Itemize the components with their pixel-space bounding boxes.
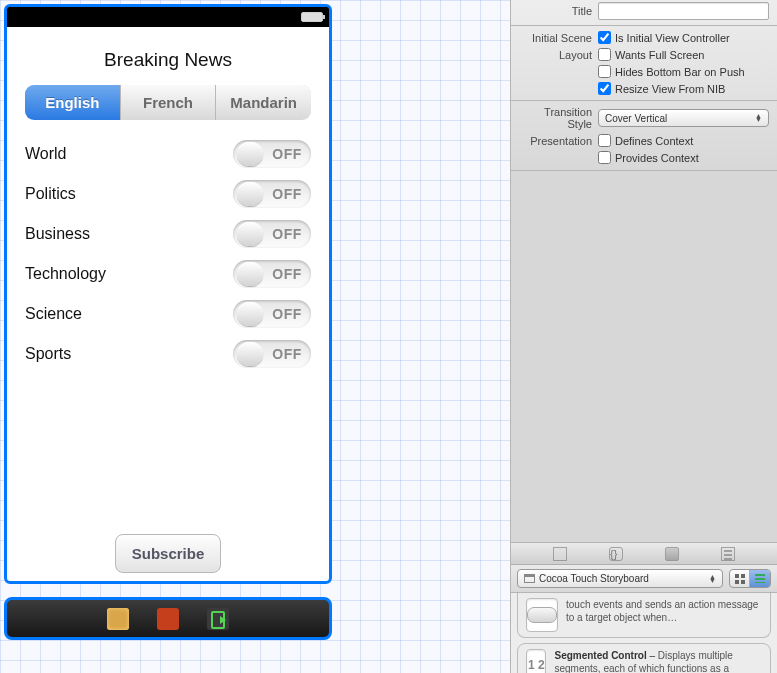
toggle-politics[interactable]: OFF: [233, 180, 311, 208]
is-initial-label: Is Initial View Controller: [615, 32, 730, 44]
library-view-toggle: [729, 569, 771, 588]
transition-style-dropdown[interactable]: Cover Vertical ▲▼: [598, 109, 769, 127]
first-responder-icon[interactable]: [107, 608, 129, 630]
segmented-thumbnail-icon: 1 2: [526, 649, 546, 673]
transition-value: Cover Vertical: [605, 113, 667, 124]
switch-knob: [237, 222, 263, 246]
category-label: Science: [25, 305, 82, 323]
switch-knob: [237, 302, 263, 326]
dropdown-arrows-icon: ▲▼: [709, 575, 716, 583]
library-filter-dropdown[interactable]: Cocoa Touch Storyboard ▲▼: [517, 569, 723, 588]
layout-label: Layout: [519, 49, 598, 61]
toggle-sports[interactable]: OFF: [233, 340, 311, 368]
defines-context-label: Defines Context: [615, 135, 693, 147]
view-controller-icon[interactable]: [157, 608, 179, 630]
provides-context-checkbox[interactable]: [598, 151, 611, 164]
category-row-science: Science OFF: [25, 294, 311, 334]
transition-style-label: Transition Style: [519, 106, 598, 130]
off-label: OFF: [263, 226, 311, 242]
scene-dock[interactable]: [4, 597, 332, 640]
switch-knob: [237, 182, 263, 206]
inspector-panel: Title Initial Scene Is Initial View Cont…: [510, 0, 777, 673]
off-label: OFF: [263, 346, 311, 362]
code-snippet-tab-icon[interactable]: {}: [609, 547, 623, 561]
category-row-sports: Sports OFF: [25, 334, 311, 374]
toggle-science[interactable]: OFF: [233, 300, 311, 328]
segment-english[interactable]: English: [25, 85, 121, 120]
switch-knob: [237, 262, 263, 286]
title-field-label: Title: [519, 5, 598, 17]
category-label: Politics: [25, 185, 76, 203]
presentation-label: Presentation: [519, 135, 598, 147]
category-label: Business: [25, 225, 90, 243]
list-icon: [755, 574, 765, 583]
hides-bottom-label: Hides Bottom Bar on Push: [615, 66, 745, 78]
library-filter-value: Cocoa Touch Storyboard: [539, 573, 709, 584]
category-label: Sports: [25, 345, 71, 363]
inspector-empty-area: [511, 171, 777, 543]
toggle-world[interactable]: OFF: [233, 140, 311, 168]
category-row-technology: Technology OFF: [25, 254, 311, 294]
category-row-world: World OFF: [25, 134, 311, 174]
dropdown-arrows-icon: ▲▼: [755, 114, 762, 122]
category-label: Technology: [25, 265, 106, 283]
wants-full-checkbox[interactable]: [598, 48, 611, 61]
resize-nib-checkbox[interactable]: [598, 82, 611, 95]
library-filter-bar: Cocoa Touch Storyboard ▲▼: [511, 565, 777, 593]
hides-bottom-checkbox[interactable]: [598, 65, 611, 78]
list-view-button[interactable]: [750, 570, 770, 587]
segment-french[interactable]: French: [121, 85, 217, 120]
folder-icon: [524, 574, 535, 583]
file-template-tab-icon[interactable]: [553, 547, 567, 561]
button-thumbnail-icon: [526, 598, 558, 632]
library-item-desc: touch events and sends an action message…: [566, 598, 762, 632]
off-label: OFF: [263, 266, 311, 282]
defines-context-checkbox[interactable]: [598, 134, 611, 147]
exit-icon[interactable]: [207, 608, 229, 630]
iphone-view-controller[interactable]: Breaking News English French Mandarin Wo…: [4, 4, 332, 584]
grid-icon: [735, 574, 745, 584]
off-label: OFF: [263, 146, 311, 162]
subscribe-button[interactable]: Subscribe: [115, 534, 222, 573]
grid-view-button[interactable]: [730, 570, 750, 587]
language-segmented-control[interactable]: English French Mandarin: [25, 85, 311, 120]
provides-context-label: Provides Context: [615, 152, 699, 164]
off-label: OFF: [263, 306, 311, 322]
library-item-title: Segmented Control: [554, 650, 646, 661]
app-title-label: Breaking News: [25, 49, 311, 71]
battery-icon: [301, 12, 323, 22]
segment-mandarin[interactable]: Mandarin: [216, 85, 311, 120]
category-row-business: Business OFF: [25, 214, 311, 254]
is-initial-checkbox[interactable]: [598, 31, 611, 44]
wants-full-label: Wants Full Screen: [615, 49, 704, 61]
off-label: OFF: [263, 186, 311, 202]
category-label: World: [25, 145, 67, 163]
switch-knob: [237, 342, 263, 366]
storyboard-canvas[interactable]: Breaking News English French Mandarin Wo…: [0, 0, 510, 673]
toggle-business[interactable]: OFF: [233, 220, 311, 248]
title-text-field[interactable]: [598, 2, 769, 20]
switch-knob: [237, 142, 263, 166]
category-row-politics: Politics OFF: [25, 174, 311, 214]
resize-nib-label: Resize View From NIB: [615, 83, 725, 95]
toggle-technology[interactable]: OFF: [233, 260, 311, 288]
library-item-segmented-control[interactable]: 1 2 Segmented Control – Displays multipl…: [517, 643, 771, 673]
initial-scene-label: Initial Scene: [519, 32, 598, 44]
status-bar: [7, 7, 329, 27]
library-tab-bar: {}: [511, 543, 777, 565]
media-library-tab-icon[interactable]: [721, 547, 735, 561]
object-library-tab-icon[interactable]: [665, 547, 679, 561]
library-item-button[interactable]: touch events and sends an action message…: [517, 593, 771, 638]
